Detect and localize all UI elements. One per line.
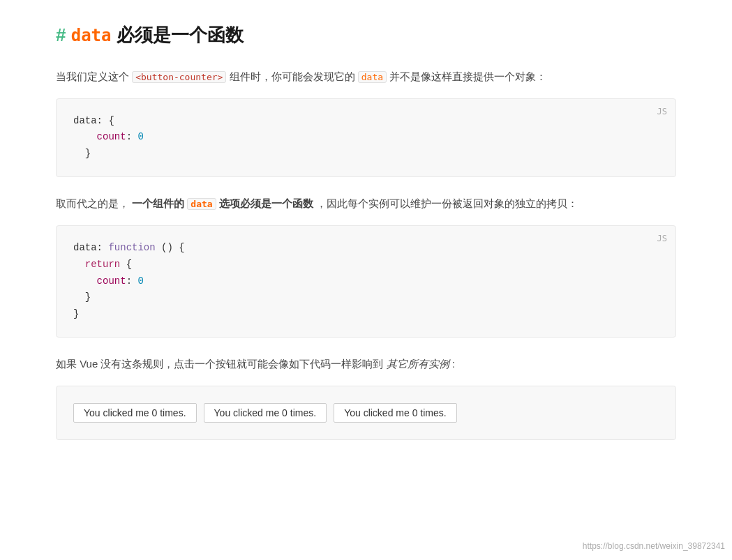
paragraph-3: 如果 Vue 没有这条规则，点击一个按钮就可能会像如下代码一样影响到 其它所有实… [56, 354, 676, 373]
code1-count: count [97, 131, 126, 142]
para1-middle: 组件时，你可能会发现它的 [230, 70, 358, 82]
demo-button-3[interactable]: You clicked me 0 times. [334, 403, 457, 423]
code1-lang: JS [657, 105, 667, 119]
para1-after: 并不是像这样直接提供一个对象： [389, 70, 546, 82]
para3-italic: 其它所有实例 [387, 358, 449, 370]
code1-line1: data: { [73, 113, 659, 130]
main-title: # data 必须是一个函数 [56, 21, 676, 50]
code2-lang: JS [657, 232, 667, 245]
para2-after: ，因此每个实例可以维护一份被返回对象的独立的拷贝： [316, 197, 578, 209]
code2-line4: } [73, 289, 659, 306]
code1-line2: count: 0 [73, 129, 659, 146]
code-block-2: JS data: function () { return { count: 0… [56, 225, 676, 338]
code2-function-kw: function [108, 242, 155, 253]
code2-line1: data: function () { [73, 240, 659, 257]
code1-zero: 0 [137, 131, 143, 142]
code1-line3: } [73, 146, 659, 162]
para1-data-code: data [358, 71, 387, 83]
demo-button-2[interactable]: You clicked me 0 times. [204, 403, 327, 423]
demo-box: You clicked me 0 times. You clicked me 0… [56, 386, 676, 440]
para3-before: 如果 Vue 没有这条规则，点击一个按钮就可能会像如下代码一样影响到 [56, 358, 383, 370]
para2-before: 取而代之的是， [56, 197, 129, 209]
page-container: # data 必须是一个函数 当我们定义这个 <button-counter> … [0, 0, 732, 485]
title-rest: 必须是一个函数 [117, 24, 244, 45]
code2-zero: 0 [137, 275, 143, 287]
code2-line5: } [73, 306, 659, 323]
code2-line3: count: 0 [73, 273, 659, 290]
code-block-1: JS data: { count: 0 } [56, 98, 676, 177]
paragraph-2: 取而代之的是， 一个组件的 data 选项必须是一个函数 ，因此每个实例可以维护… [56, 194, 676, 213]
button-counter-tag: <button-counter> [132, 71, 226, 83]
title-hash: # [56, 24, 66, 45]
paragraph-1: 当我们定义这个 <button-counter> 组件时，你可能会发现它的 da… [56, 67, 676, 86]
para2-bold1: 一个组件的 data 选项必须是一个函数 [132, 197, 316, 209]
title-data-word: data [71, 26, 112, 45]
code1-key: data [73, 115, 97, 126]
demo-button-1[interactable]: You clicked me 0 times. [73, 403, 197, 423]
para1-before: 当我们定义这个 [56, 70, 132, 82]
code2-return-kw: return [85, 259, 120, 270]
code2-line2: return { [73, 257, 659, 273]
para2-data-code: data [187, 198, 216, 210]
code2-count: count [97, 275, 126, 287]
para3-after: : [452, 358, 455, 370]
